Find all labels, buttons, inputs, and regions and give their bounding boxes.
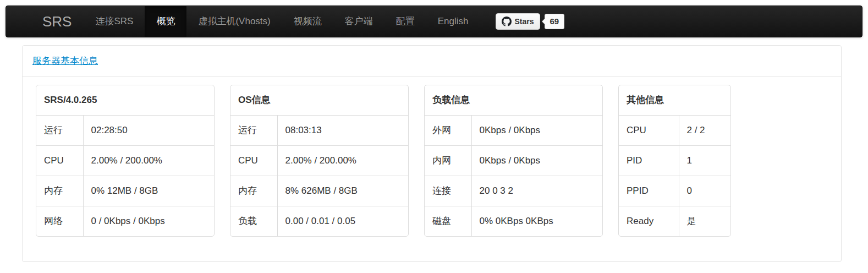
panel-body: SRS/4.0.265 运行 02:28:50 CPU 2.00% / 200.… xyxy=(23,77,841,261)
row-value: 8% 626MB / 8GB xyxy=(277,176,408,206)
row-label: CPU xyxy=(619,116,679,146)
table-row: 内网 0Kbps / 0Kbps xyxy=(425,146,602,176)
row-label: Ready xyxy=(619,206,679,237)
row-value: 0Kbps / 0Kbps xyxy=(471,116,602,146)
info-table: 负载信息 外网 0Kbps / 0Kbps 内网 0Kbps / 0Kbps 连… xyxy=(424,85,603,237)
nav-item-4[interactable]: 客户端 xyxy=(333,6,384,37)
row-label: CPU xyxy=(36,146,83,176)
nav-item-5[interactable]: 配置 xyxy=(384,6,426,37)
navbar-menu: 连接SRS概览虚拟主机(Vhosts)视频流客户端配置English xyxy=(84,6,480,37)
row-label: 内存 xyxy=(230,176,277,206)
row-label: 外网 xyxy=(425,116,471,146)
tables-row: SRS/4.0.265 运行 02:28:50 CPU 2.00% / 200.… xyxy=(36,85,831,237)
info-table-title: SRS/4.0.265 xyxy=(36,85,214,116)
row-label: PPID xyxy=(619,176,679,206)
row-label: 连接 xyxy=(425,176,471,206)
row-label: 磁盘 xyxy=(425,206,471,237)
table-row: 磁盘 0% 0KBps 0KBps xyxy=(425,206,602,237)
row-value: 1 xyxy=(679,146,730,176)
nav-item-2[interactable]: 虚拟主机(Vhosts) xyxy=(186,6,282,37)
nav-item-6[interactable]: English xyxy=(426,6,480,37)
nav-item-1[interactable]: 概览 xyxy=(145,6,186,37)
info-table-title: 其他信息 xyxy=(619,85,730,116)
server-basic-info-link[interactable]: 服务器基本信息 xyxy=(32,56,98,66)
table-row: 运行 08:03:13 xyxy=(230,116,408,146)
row-value: 08:03:13 xyxy=(277,116,408,146)
row-label: PID xyxy=(619,146,679,176)
row-label: 运行 xyxy=(36,116,83,146)
info-table: 其他信息 CPU 2 / 2 PID 1 PPID 0 Ready 是 xyxy=(618,85,731,237)
row-label: 负载 xyxy=(230,206,277,237)
table-row: Ready 是 xyxy=(619,206,730,237)
table-row: PID 1 xyxy=(619,146,730,176)
row-value: 0% 0KBps 0KBps xyxy=(471,206,602,237)
github-stars-label: Stars xyxy=(515,17,534,26)
github-octocat-icon xyxy=(502,17,512,26)
row-label: CPU xyxy=(230,146,277,176)
table-row: CPU 2.00% / 200.00% xyxy=(230,146,408,176)
brand-link[interactable]: SRS xyxy=(42,6,84,37)
top-navbar: SRS 连接SRS概览虚拟主机(Vhosts)视频流客户端配置English S… xyxy=(6,6,862,37)
row-value: 2.00% / 200.00% xyxy=(277,146,408,176)
server-info-panel: 服务器基本信息 SRS/4.0.265 运行 02:28:50 CPU 2.00… xyxy=(22,45,842,262)
row-value: 2.00% / 200.00% xyxy=(83,146,214,176)
info-table: OS信息 运行 08:03:13 CPU 2.00% / 200.00% 内存 … xyxy=(230,85,409,237)
table-row: 内存 0% 12MB / 8GB xyxy=(36,176,214,206)
row-value: 0 xyxy=(679,176,730,206)
info-table-title: 负载信息 xyxy=(425,85,602,116)
table-row: 网络 0 / 0Kbps / 0Kbps xyxy=(36,206,214,237)
row-value: 0.00 / 0.01 / 0.05 xyxy=(277,206,408,237)
panel-heading: 服务器基本信息 xyxy=(23,46,841,77)
nav-item-3[interactable]: 视频流 xyxy=(282,6,333,37)
table-row: 运行 02:28:50 xyxy=(36,116,214,146)
row-label: 网络 xyxy=(36,206,83,237)
row-label: 运行 xyxy=(230,116,277,146)
row-value: 0Kbps / 0Kbps xyxy=(471,146,602,176)
info-table: SRS/4.0.265 运行 02:28:50 CPU 2.00% / 200.… xyxy=(36,85,215,237)
nav-item-0[interactable]: 连接SRS xyxy=(84,6,145,37)
row-value: 2 / 2 xyxy=(679,116,730,146)
table-row: CPU 2.00% / 200.00% xyxy=(36,146,214,176)
row-value: 02:28:50 xyxy=(83,116,214,146)
row-value: 是 xyxy=(679,206,730,237)
row-value: 0% 12MB / 8GB xyxy=(83,176,214,206)
github-star-widget: Stars 69 xyxy=(496,6,565,37)
row-value: 0 / 0Kbps / 0Kbps xyxy=(83,206,214,237)
row-label: 内网 xyxy=(425,146,471,176)
table-row: CPU 2 / 2 xyxy=(619,116,730,146)
row-label: 内存 xyxy=(36,176,83,206)
table-row: PPID 0 xyxy=(619,176,730,206)
table-row: 负载 0.00 / 0.01 / 0.05 xyxy=(230,206,408,237)
github-stars-button[interactable]: Stars xyxy=(496,13,540,30)
info-table-title: OS信息 xyxy=(230,85,408,116)
table-row: 连接 20 0 3 2 xyxy=(425,176,602,206)
github-star-count[interactable]: 69 xyxy=(545,14,565,29)
table-row: 内存 8% 626MB / 8GB xyxy=(230,176,408,206)
table-row: 外网 0Kbps / 0Kbps xyxy=(425,116,602,146)
row-value: 20 0 3 2 xyxy=(471,176,602,206)
